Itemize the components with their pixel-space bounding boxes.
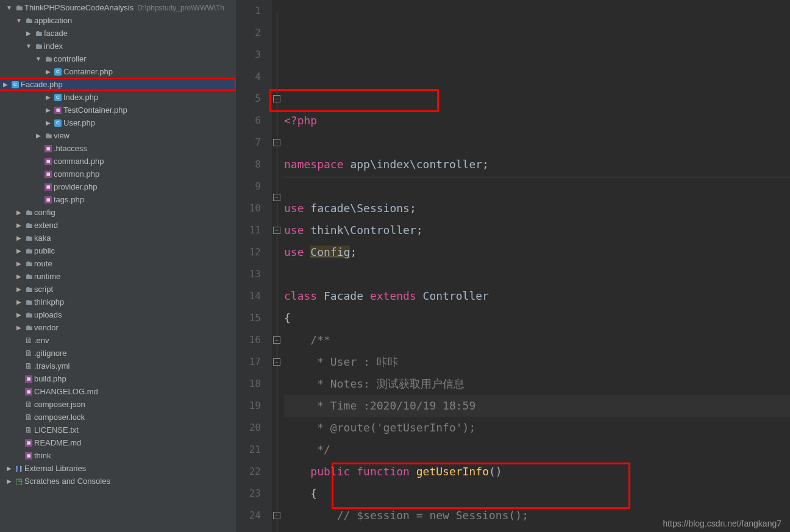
code-line-1[interactable]: <?php <box>284 110 790 132</box>
line-number: 9 <box>237 176 261 197</box>
expand-arrow-icon[interactable]: ▶ <box>44 107 52 113</box>
tree-item-controller[interactable]: ▼🖿controller <box>0 52 236 65</box>
line-number: 13 <box>237 263 261 285</box>
code-line-15[interactable]: * @route('getUserInfo'); <box>284 417 790 439</box>
expand-arrow-icon[interactable]: ▶ <box>15 235 23 241</box>
tree-item-facade[interactable]: ▶🖿facade <box>0 27 236 40</box>
expand-arrow-icon[interactable]: ▶ <box>15 311 23 318</box>
tree-item--env[interactable]: 🗎.env <box>0 334 236 347</box>
line-number: 12 <box>237 241 261 263</box>
tree-item-label: Index.php <box>63 93 98 102</box>
expand-arrow-icon[interactable]: ▶ <box>15 209 23 216</box>
tree-item--travis-yml[interactable]: 🗎.travis.yml <box>0 360 236 372</box>
tree-item-script[interactable]: ▶🖿script <box>0 283 236 296</box>
tree-item-label: route <box>34 259 52 268</box>
tree-item-think[interactable]: ▦think <box>0 449 236 462</box>
code-editor[interactable]: 123456789101112131415161718192021222324 … <box>237 0 790 532</box>
code-line-13[interactable]: * Notes: 测试获取用户信息 <box>284 373 790 395</box>
tree-item-config[interactable]: ▶🖿config <box>0 206 236 219</box>
code-line-8[interactable] <box>284 263 790 285</box>
code-line-14[interactable]: * Time :2020/10/19 18:59 <box>284 395 790 417</box>
tree-item-label: README.md <box>34 438 81 447</box>
expand-arrow-icon[interactable]: ▶ <box>15 286 23 293</box>
tree-item-label: CHANGELOG.md <box>34 387 98 396</box>
tree-item-changelog-md[interactable]: ▦CHANGELOG.md <box>0 385 236 398</box>
tree-item-container-php[interactable]: ▶CContainer.php <box>0 65 236 78</box>
expand-arrow-icon[interactable]: ▶ <box>5 478 13 484</box>
expand-arrow-icon[interactable]: ▶ <box>15 324 23 331</box>
tree-item-vendor[interactable]: ▶🖿vendor <box>0 321 236 334</box>
code-line-11[interactable]: /** <box>284 329 790 351</box>
tree-item-license-txt[interactable]: 🗎LICENSE.txt <box>0 424 236 436</box>
expand-arrow-icon[interactable]: ▼ <box>34 55 43 62</box>
code-line-3[interactable]: namespace app\index\controller; <box>284 154 790 176</box>
tree-item-index[interactable]: ▼🖿index <box>0 40 236 52</box>
tree-item-index-php[interactable]: ▶CIndex.php <box>0 91 236 104</box>
tree-item-provider-php[interactable]: ▦provider.php <box>0 180 236 193</box>
line-number: 14 <box>237 285 261 307</box>
expand-arrow-icon[interactable]: ▶ <box>1 81 10 88</box>
expand-arrow-icon[interactable]: ▶ <box>15 247 23 254</box>
expand-arrow-icon[interactable]: ▼ <box>24 43 33 49</box>
code-line-10[interactable]: { <box>284 307 790 329</box>
code-line-6[interactable]: use think\Controller; <box>284 219 790 241</box>
tree-item-public[interactable]: ▶🖿public <box>0 244 236 257</box>
tree-item-composer-lock[interactable]: 🗎composer.lock <box>0 411 236 424</box>
tree-item-view[interactable]: ▶🖿view <box>0 129 236 142</box>
folder-icon: 🖿 <box>23 285 34 294</box>
tree-item-command-php[interactable]: ▦command.php <box>0 155 236 168</box>
tree-item-extend[interactable]: ▶🖿extend <box>0 219 236 232</box>
expand-arrow-icon[interactable]: ▶ <box>44 94 52 101</box>
tree-item-tags-php[interactable]: ▦tags.php <box>0 193 236 206</box>
code-line-4[interactable] <box>284 176 790 197</box>
code-line-9[interactable]: class Facade extends Controller <box>284 285 790 307</box>
tree-item-label: External Libraries <box>24 464 86 473</box>
expand-arrow-icon[interactable]: ▼ <box>5 4 13 11</box>
folder-icon: 🖿 <box>33 29 44 38</box>
file-icon: ▦ <box>43 145 54 152</box>
tree-item--htaccess[interactable]: ▦.htaccess <box>0 142 236 155</box>
code-line-2[interactable] <box>284 132 790 154</box>
project-tree-panel[interactable]: ▼🖿ThinkPHPSourceCodeAnalysisD:\phpstudy_… <box>0 0 237 532</box>
expand-arrow-icon[interactable]: ▶ <box>24 30 33 37</box>
expand-arrow-icon[interactable]: ▶ <box>15 299 23 305</box>
tree-item-runtime[interactable]: ▶🖿runtime <box>0 270 236 283</box>
expand-arrow-icon[interactable]: ▶ <box>44 68 52 75</box>
code-line-17[interactable]: public function getUserInfo() <box>284 461 790 483</box>
fold-column[interactable]: − − − − − − − <box>272 0 283 532</box>
tree-item-composer-json[interactable]: 🗎composer.json <box>0 398 236 411</box>
expand-arrow-icon[interactable]: ▶ <box>15 260 23 267</box>
tree-item-route[interactable]: ▶🖿route <box>0 257 236 270</box>
expand-arrow-icon[interactable]: ▶ <box>15 273 23 280</box>
code-line-18[interactable]: { <box>284 483 790 505</box>
code-line-12[interactable]: * User : 咔咔 <box>284 351 790 373</box>
tree-item-readme-md[interactable]: ▦README.md <box>0 436 236 449</box>
code-line-5[interactable]: use facade\Sessions; <box>284 197 790 219</box>
tree-item-user-php[interactable]: ▶CUser.php <box>0 116 236 129</box>
expand-arrow-icon[interactable]: ▶ <box>44 119 52 126</box>
tree-item-application[interactable]: ▼🖿application <box>0 14 236 27</box>
tree-item--gitignore[interactable]: 🗎.gitignore <box>0 347 236 360</box>
code-line-7[interactable]: use Config; <box>284 241 790 263</box>
expand-arrow-icon[interactable]: ▼ <box>15 17 23 24</box>
tree-item-scratches-and-consoles[interactable]: ▶◳Scratches and Consoles <box>0 475 236 488</box>
tree-item-uploads[interactable]: ▶🖿uploads <box>0 308 236 321</box>
code-line-16[interactable]: */ <box>284 439 790 461</box>
file-icon: ▦ <box>43 171 54 178</box>
expand-arrow-icon[interactable]: ▶ <box>15 222 23 229</box>
tree-item-thinkphp[interactable]: ▶🖿thinkphp <box>0 296 236 308</box>
code-content[interactable]: <?phpnamespace app\index\controller;use … <box>283 0 790 532</box>
tree-item-build-php[interactable]: ▦build.php <box>0 372 236 385</box>
tree-item-path: D:\phpstudy_pro\WWW\Th <box>137 4 224 12</box>
tree-item-testcontainer-php[interactable]: ▶▦TestContainer.php <box>0 104 236 116</box>
tree-item-kaka[interactable]: ▶🖿kaka <box>0 232 236 244</box>
tree-item-thinkphpsourcecodeanalysis[interactable]: ▼🖿ThinkPHPSourceCodeAnalysisD:\phpstudy_… <box>0 1 236 14</box>
line-number: 3 <box>237 44 261 66</box>
tree-item-facade-php[interactable]: ▶CFacade.php <box>0 78 236 91</box>
tree-item-label: .htaccess <box>54 144 87 153</box>
tree-item-common-php[interactable]: ▦common.php <box>0 168 236 180</box>
expand-arrow-icon[interactable]: ▶ <box>5 465 13 472</box>
line-number: 20 <box>237 417 261 439</box>
expand-arrow-icon[interactable]: ▶ <box>34 132 43 139</box>
tree-item-external-libraries[interactable]: ▶⫿⫿External Libraries <box>0 462 236 475</box>
